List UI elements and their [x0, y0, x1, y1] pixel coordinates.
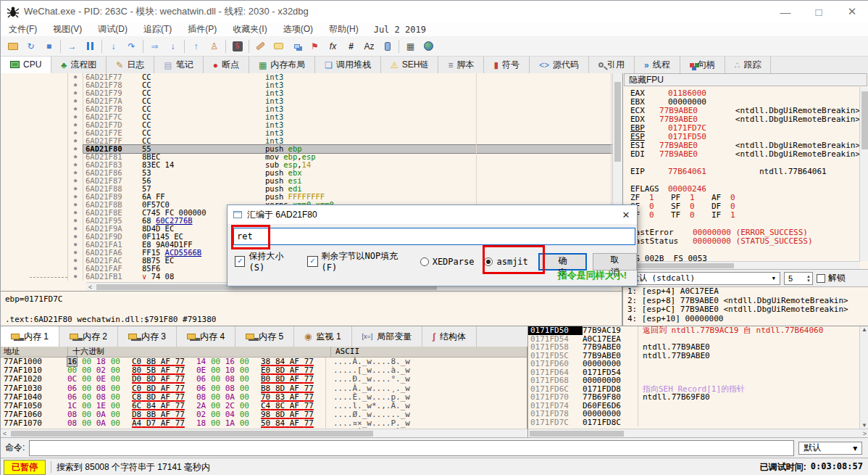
- tab-句柄[interactable]: 句柄: [680, 57, 725, 73]
- step-over-icon[interactable]: ↷: [122, 38, 141, 54]
- disasm-instruction[interactable]: sub esp,14: [265, 161, 622, 169]
- breakpoint-dot-icon[interactable]: ●: [67, 145, 83, 153]
- command-input[interactable]: [29, 440, 794, 456]
- bottom-tab-内存 5[interactable]: 内存 5: [235, 326, 294, 347]
- execute-till-return-icon[interactable]: ↑: [194, 41, 199, 51]
- locals-icon[interactable]: [x=]: [362, 333, 373, 340]
- bottom-tab-结构体[interactable]: ∫结构体: [422, 326, 476, 347]
- breakpoint-dot-icon[interactable]: ●: [67, 265, 83, 273]
- stack-row[interactable]: 0171FD5877B9ABE0ntdll.77B9ABE0: [528, 343, 868, 352]
- memory-icon[interactable]: [187, 334, 196, 339]
- breakpoint-dot-icon[interactable]: ●: [67, 137, 83, 145]
- stack-row[interactable]: 0171FD7C0171FD8C: [528, 418, 868, 427]
- disasm-instruction[interactable]: int3: [265, 73, 622, 81]
- register-row[interactable]: CF0TF0IF1: [624, 211, 860, 220]
- calculator-icon[interactable]: ▦: [401, 38, 420, 54]
- calculator-icon[interactable]: ▦: [406, 41, 414, 51]
- struct-icon[interactable]: ∫: [433, 331, 435, 342]
- disasm-instruction[interactable]: mov ebp,esp: [265, 153, 622, 161]
- open-file-icon[interactable]: [4, 38, 22, 54]
- pause-icon[interactable]: [81, 38, 99, 54]
- register-row[interactable]: LastStatus00000000 (STATUS_SUCCESS): [624, 237, 860, 246]
- breakpoint-dot-icon[interactable]: ●: [67, 113, 83, 121]
- minimize-button[interactable]: —: [769, 6, 802, 18]
- command-type-dropdown[interactable]: 默认 ▾: [798, 442, 862, 455]
- stack-row[interactable]: 0171FD7800000000: [528, 410, 868, 418]
- breakpoint-dot-icon[interactable]: ●: [67, 241, 83, 249]
- graph-icon[interactable]: ♣: [61, 60, 67, 70]
- watch-icon[interactable]: ◉: [304, 331, 312, 342]
- memory-globe-icon[interactable]: [420, 38, 438, 54]
- execute-till-return-icon[interactable]: ↑: [187, 38, 205, 54]
- menu-item[interactable]: 调试(D): [90, 23, 135, 36]
- comments-icon[interactable]: [274, 43, 283, 49]
- restart-icon[interactable]: ↻: [22, 38, 40, 54]
- stack-row[interactable]: 0171FD5077B9AC19返回到 ntdll.77B9AC19 自 ntd…: [528, 326, 868, 335]
- memory-icon[interactable]: [11, 334, 20, 339]
- memory-icon[interactable]: [128, 334, 137, 339]
- breakpoint-dot-icon[interactable]: ●: [67, 97, 83, 105]
- notes-icon[interactable]: ▤: [164, 60, 172, 70]
- breakpoint-dot-icon[interactable]: ●: [67, 153, 83, 161]
- breakpoint-dot-icon[interactable]: ●: [67, 217, 83, 225]
- trace-icon[interactable]: ∴: [735, 60, 740, 70]
- tab-流程图[interactable]: ♣流程图: [51, 57, 107, 73]
- bottom-tab-局部变量[interactable]: [x=]局部变量: [352, 326, 423, 347]
- cancel-button[interactable]: 取消: [593, 253, 637, 270]
- breakpoint-dot-icon[interactable]: ●: [67, 185, 83, 193]
- tab-符号[interactable]: ▮符号: [484, 57, 530, 73]
- menu-item[interactable]: 文件(F): [1, 23, 45, 36]
- menu-item[interactable]: 追踪(T): [135, 23, 180, 36]
- close-button[interactable]: ✕: [835, 5, 868, 18]
- functions-icon[interactable]: fx: [324, 38, 342, 54]
- breakpoint-dot-icon[interactable]: ●: [67, 89, 83, 97]
- breakpoint-dot-icon[interactable]: ●: [67, 273, 83, 281]
- disasm-instruction[interactable]: push ebx: [265, 169, 622, 177]
- strings-icon[interactable]: Az: [364, 41, 374, 51]
- functions-icon[interactable]: fx: [330, 41, 336, 51]
- tab-源代码[interactable]: <>源代码: [530, 57, 589, 73]
- ok-button[interactable]: 确定: [538, 253, 587, 270]
- disasm-instruction[interactable]: int3: [265, 129, 622, 137]
- breakpoint-dot-icon[interactable]: ●: [67, 169, 83, 177]
- tab-断点[interactable]: ●断点: [204, 57, 249, 73]
- breakpoint-dot-icon[interactable]: ●: [67, 233, 83, 241]
- disasm-instruction[interactable]: int3: [265, 97, 622, 105]
- stop-icon[interactable]: ■: [46, 41, 51, 51]
- bookmarks-icon[interactable]: ⚑: [311, 41, 319, 51]
- bottom-tab-内存 4[interactable]: 内存 4: [177, 326, 235, 347]
- memory-globe-icon[interactable]: [424, 41, 433, 51]
- memory-icon[interactable]: [246, 334, 254, 339]
- labels-icon[interactable]: [288, 38, 306, 54]
- bottom-tab-内存 3[interactable]: 内存 3: [118, 326, 177, 347]
- stack-vertical-scrollbar[interactable]: ▲ ▼: [859, 326, 868, 429]
- threads-icon[interactable]: »: [644, 60, 649, 70]
- breakpoint-dot-icon[interactable]: ●: [67, 73, 83, 81]
- memory-icon[interactable]: [70, 334, 78, 339]
- stack-row[interactable]: 0171FD6800000000: [528, 376, 868, 385]
- step-down-icon[interactable]: ↓: [171, 41, 175, 51]
- comments-icon[interactable]: [270, 38, 288, 54]
- breakpoint-dot-icon[interactable]: ●: [67, 201, 83, 209]
- spinner-arrows-icon[interactable]: ▲▼: [806, 274, 812, 283]
- tab-线程[interactable]: »线程: [635, 57, 680, 73]
- tab-调用堆栈[interactable]: ❏调用堆栈: [315, 57, 381, 73]
- step-into-icon[interactable]: ↓: [112, 41, 116, 51]
- handles-icon[interactable]: [690, 63, 694, 67]
- breakpoint-dot-icon[interactable]: ●: [67, 121, 83, 129]
- unlock-checkbox[interactable]: 解锁: [817, 272, 846, 284]
- breakpoint-dot-icon[interactable]: ●: [67, 209, 83, 217]
- argument-row[interactable]: 1: [esp+4] A0C17EEA: [623, 287, 868, 297]
- breakpoint-dot-icon[interactable]: ●: [67, 193, 83, 201]
- register-row[interactable]: EIP77B64061ntdll.77B64061: [624, 168, 860, 176]
- register-row[interactable]: EFLAGS00000246: [624, 185, 860, 194]
- stack-row[interactable]: 0171FD5C77B9ABE0ntdll.77B9ABE0: [528, 352, 868, 360]
- run-trace-icon[interactable]: ⇒: [146, 38, 164, 54]
- register-row[interactable]: [624, 176, 860, 185]
- disasm-address[interactable]: 6AD21FB1: [83, 273, 142, 281]
- register-row[interactable]: EDX77B9ABE0<ntdll.DbgUiRemoteBreakin>: [624, 115, 860, 124]
- dialog-close-icon[interactable]: ✕: [615, 210, 637, 220]
- breakpoint-dot-icon[interactable]: ●: [67, 257, 83, 265]
- disasm-instruction[interactable]: push ebp: [265, 145, 622, 153]
- hide-fpu-button[interactable]: 隐藏FPU: [624, 73, 867, 86]
